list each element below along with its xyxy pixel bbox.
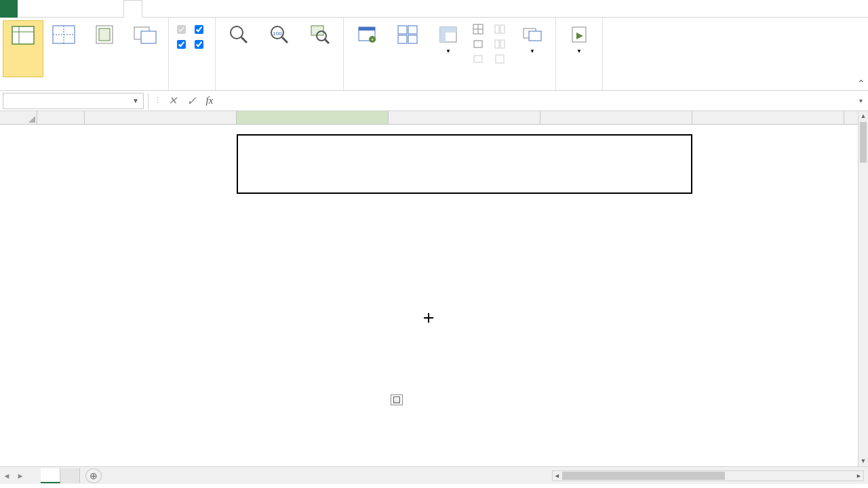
sheet-tab-bar: ◄ ► ⊕ ◄ ►: [0, 466, 868, 484]
scroll-down-icon[interactable]: ▼: [859, 456, 868, 466]
svg-point-10: [231, 26, 243, 39]
formula-expand-button[interactable]: ▾: [856, 97, 865, 104]
svg-rect-23: [408, 26, 417, 34]
headings-checkbox[interactable]: [192, 37, 210, 52]
custom-views-button[interactable]: [125, 20, 165, 77]
new-window-button[interactable]: +: [347, 20, 387, 77]
svg-rect-0: [12, 26, 34, 44]
page-layout-button[interactable]: [84, 20, 125, 77]
page-break-button[interactable]: [43, 20, 84, 77]
new-window-icon: +: [355, 23, 379, 46]
sync-scroll-button[interactable]: [490, 37, 512, 52]
vertical-scrollbar[interactable]: ▲ ▼: [858, 111, 868, 466]
zoom-100-button[interactable]: 100: [259, 20, 300, 77]
group-label-show: [172, 87, 212, 90]
tab-home[interactable]: [18, 0, 35, 18]
tab-file[interactable]: [0, 0, 18, 18]
ruler-checkbox[interactable]: [174, 22, 192, 37]
formula-bar-checkbox[interactable]: [192, 22, 210, 37]
tab-review[interactable]: [106, 0, 123, 18]
svg-rect-34: [495, 25, 499, 33]
page-break-icon: [52, 23, 76, 46]
scroll-up-icon[interactable]: ▲: [859, 111, 868, 121]
svg-rect-37: [500, 40, 505, 48]
normal-view-button[interactable]: [3, 20, 43, 77]
autofill-options-button[interactable]: [391, 394, 403, 405]
tab-insert[interactable]: [35, 0, 53, 18]
formula-bar: ▼ ⋮ ✕ ✓ fx ▾: [0, 91, 868, 111]
hide-icon: [473, 39, 484, 49]
add-sheet-button[interactable]: ⊕: [85, 468, 102, 483]
select-all-corner[interactable]: [0, 111, 37, 124]
fx-icon[interactable]: fx: [201, 95, 218, 106]
custom-views-icon: [133, 23, 157, 46]
col-header-b[interactable]: [85, 111, 237, 124]
tab-developer[interactable]: [142, 0, 160, 18]
svg-rect-24: [398, 35, 407, 43]
zoom-selection-icon: [308, 23, 332, 46]
sheet-nav-prev[interactable]: ◄: [0, 472, 14, 480]
column-headers: [0, 111, 868, 125]
side-by-side-icon: [494, 24, 505, 35]
switch-windows-icon: [520, 23, 545, 46]
tab-view[interactable]: [123, 0, 142, 18]
group-zoom: 100: [216, 18, 344, 90]
tab-page-layout[interactable]: [53, 0, 71, 18]
hide-button[interactable]: [469, 37, 490, 52]
sheet-nav-next[interactable]: ►: [14, 472, 27, 480]
title-box[interactable]: [237, 134, 692, 194]
unhide-button[interactable]: [469, 52, 490, 66]
svg-rect-25: [408, 35, 417, 43]
col-header-d[interactable]: [389, 111, 540, 124]
svg-rect-9: [141, 31, 156, 43]
group-label-window: [347, 87, 553, 90]
svg-rect-40: [529, 31, 541, 41]
horizontal-scrollbar[interactable]: ◄ ►: [552, 470, 864, 481]
col-header-c[interactable]: [237, 111, 389, 124]
group-label-views: [3, 87, 165, 90]
arrange-all-button[interactable]: [387, 20, 428, 77]
hscroll-thumb[interactable]: [562, 472, 725, 480]
cancel-formula-button[interactable]: ✕: [163, 93, 182, 109]
hscroll-left-icon[interactable]: ◄: [553, 471, 561, 481]
confirm-formula-button[interactable]: ✓: [182, 93, 201, 109]
reset-position-button[interactable]: [490, 52, 512, 66]
zoom-selection-button[interactable]: [300, 20, 340, 77]
tab-formulas[interactable]: [71, 0, 88, 18]
split-button[interactable]: [469, 22, 490, 37]
svg-text:+: +: [371, 37, 374, 43]
worksheet-grid[interactable]: ▲ ▼: [0, 111, 868, 466]
group-label-macros: [559, 87, 599, 90]
group-workbook-views: [0, 18, 169, 90]
check-icon: ✓: [186, 94, 197, 108]
svg-line-17: [325, 39, 329, 43]
svg-rect-32: [474, 41, 482, 47]
ribbon-tabs: [0, 0, 868, 18]
hscroll-right-icon[interactable]: ►: [854, 471, 863, 481]
sheet-tab-sheet2[interactable]: [60, 468, 80, 483]
col-header-f[interactable]: [692, 111, 844, 124]
name-box[interactable]: ▼: [3, 93, 144, 109]
switch-windows-button[interactable]: ▼: [512, 20, 553, 77]
split-icon: [473, 24, 484, 35]
svg-line-14: [282, 37, 288, 43]
collapse-ribbon-button[interactable]: ⌃: [857, 78, 865, 89]
col-header-a[interactable]: [37, 111, 85, 124]
svg-rect-35: [500, 25, 505, 33]
macros-button[interactable]: ▼: [559, 20, 599, 77]
group-window: + ▼ ▼: [344, 18, 556, 90]
svg-rect-33: [474, 56, 482, 62]
vscroll-thumb[interactable]: [860, 122, 867, 163]
group-show: [169, 18, 216, 90]
gridlines-checkbox[interactable]: [174, 37, 192, 52]
svg-rect-7: [99, 28, 110, 41]
freeze-panes-button[interactable]: ▼: [428, 20, 469, 77]
formula-input[interactable]: [218, 93, 856, 109]
side-by-side-button[interactable]: [490, 22, 512, 37]
col-header-e[interactable]: [540, 111, 692, 124]
sheet-tab-clean-function[interactable]: [41, 468, 60, 483]
macros-icon: [567, 23, 591, 46]
zoom-button[interactable]: [218, 20, 259, 77]
name-box-dropdown-icon[interactable]: ▼: [132, 97, 139, 104]
tab-data[interactable]: [88, 0, 106, 18]
